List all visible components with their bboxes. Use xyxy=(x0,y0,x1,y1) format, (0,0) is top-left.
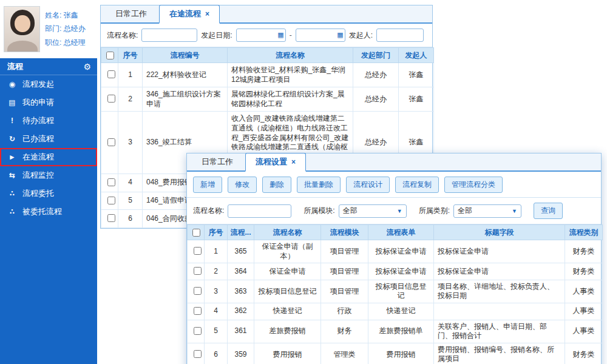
row-checkbox[interactable] xyxy=(107,178,115,186)
row-checkbox[interactable] xyxy=(107,138,115,146)
process-row[interactable]: 1 222_材料验收登记 材料验收登记_材料采购_张鑫_华润12城房建工程项目 … xyxy=(101,63,434,87)
row-checkbox[interactable] xyxy=(194,267,202,275)
cell-category: 人事类 xyxy=(565,320,603,343)
cell-form: 投标保证金申请 xyxy=(368,263,434,280)
cell-process-code: 362 xyxy=(228,303,254,320)
profile-position: 职位: 总经理 xyxy=(45,38,86,48)
menu-item-label: 流程监控 xyxy=(22,170,54,181)
row-checkbox[interactable] xyxy=(107,197,115,204)
cell-category: 财务类 xyxy=(565,240,603,263)
col-header-title-fields: 标题字段 xyxy=(434,225,565,240)
cell-process-code: 346_施工组织设计方案申请 xyxy=(143,87,228,112)
window1-tabbar: 日常工作 在途流程 × xyxy=(101,5,432,24)
cell-form: 快递登记 xyxy=(368,303,434,320)
col-header-form: 流程表单 xyxy=(368,225,434,240)
row-checkbox[interactable] xyxy=(194,327,202,335)
select-all-checkbox[interactable] xyxy=(192,229,200,237)
row-checkbox[interactable] xyxy=(107,214,115,222)
sidebar-menu-item[interactable]: ∴ 被委托流程 xyxy=(0,203,97,221)
avatar-shoulders xyxy=(7,41,38,52)
cell-module: 管理类 xyxy=(321,343,368,364)
cell-form: 差旅费报销单 xyxy=(368,320,434,343)
cell-process-name: 材料验收登记_材料采购_张鑫_华润12城房建工程项目 xyxy=(228,63,353,87)
process-definition-row[interactable]: 5 361 差旅费报销 财务 差旅费报销单 关联客户、报销人、申请日期、部门、报… xyxy=(188,320,603,343)
category-select[interactable]: 全部 ▼ xyxy=(453,204,521,218)
toolbar-button[interactable]: 修改 xyxy=(228,177,257,193)
select-all-checkbox[interactable] xyxy=(106,52,114,59)
sidebar-menu-item[interactable]: ↻ 已办流程 xyxy=(0,130,97,148)
close-tab-icon[interactable]: × xyxy=(205,10,209,18)
col-header-process-code: 流程编号 xyxy=(143,48,228,63)
cell-process-name: 差旅费报销 xyxy=(254,320,321,343)
menu-item-label: 我的申请 xyxy=(22,97,54,108)
sidebar-menu-item[interactable]: ▤ 我的申请 xyxy=(0,93,97,112)
process-row[interactable]: 2 346_施工组织设计方案申请 晨铭园林绿化工程组织设计方案_晨铭园林绿化工程… xyxy=(101,87,434,112)
window2-toolbar: 新增 修改 删除 批量删除 流程设计 流程复制 管理流程分类 xyxy=(187,172,601,198)
process-definition-row[interactable]: 6 359 费用报销 管理类 费用报销 费用报销、报销编号、报销名称、所属项目 … xyxy=(188,343,603,364)
menu-item-icon: ► xyxy=(7,153,17,161)
calendar-icon[interactable]: ▦ xyxy=(277,31,283,39)
calendar-icon[interactable]: ▦ xyxy=(337,31,343,39)
cell-no: 6 xyxy=(205,343,228,364)
cell-process-name: 晨铭园林绿化工程组织设计方案_晨铭园林绿化工程 xyxy=(228,87,353,112)
category-label: 所属类别: xyxy=(419,206,450,216)
col-header-no: 序号 xyxy=(205,225,228,240)
sidebar-menu-item[interactable]: ⇆ 流程监控 xyxy=(0,166,97,184)
toolbar-button[interactable]: 流程复制 xyxy=(395,177,439,193)
menu-item-icon: ⇆ xyxy=(7,171,17,180)
tab-process-settings[interactable]: 流程设置 × xyxy=(245,153,306,172)
sidebar-menu-item[interactable]: ! 待办流程 xyxy=(0,112,97,130)
table-header-row: 序号 流程... 流程名称 流程模块 流程表单 标题字段 流程类别 xyxy=(188,225,603,240)
menu-item-label: 待办流程 xyxy=(22,115,54,126)
close-tab-icon[interactable]: × xyxy=(291,158,296,166)
process-settings-window: 日常工作 流程设置 × 新增 修改 删除 批量删除 流程设计 流程复制 管理流程… xyxy=(186,153,602,364)
row-checkbox[interactable] xyxy=(194,247,202,255)
app-window: 姓名: 张鑫 部门: 总经办 职位: 总经理 流程 ⚙ ◉ 流程发起 ▤ 我的申… xyxy=(0,0,607,364)
col-header-process-name: 流程名称 xyxy=(254,225,321,240)
tab-daily-work[interactable]: 日常工作 xyxy=(106,5,157,22)
tab-daily-work-2[interactable]: 日常工作 xyxy=(192,153,243,170)
cell-no: 3 xyxy=(205,280,228,303)
menu-item-label: 已办流程 xyxy=(22,133,54,144)
row-checkbox[interactable] xyxy=(107,70,115,78)
toolbar-button[interactable]: 批量删除 xyxy=(297,177,341,193)
cell-no: 4 xyxy=(205,303,228,320)
process-name-label-2: 流程名称: xyxy=(193,206,224,216)
process-definition-row[interactable]: 1 365 保证金申请（副本） 项目管理 投标保证金申请 投标保证金申请 财务类 xyxy=(188,240,603,263)
cell-category: 财务类 xyxy=(565,343,603,364)
sidebar-menu-item[interactable]: ∴ 流程委托 xyxy=(0,184,97,203)
cell-initiator: 张鑫 xyxy=(399,87,434,112)
process-definition-row[interactable]: 2 364 保证金申请 项目管理 投标保证金申请 投标保证金申请 财务类 xyxy=(188,263,603,280)
cell-process-code: 361 xyxy=(228,320,254,343)
toolbar-button[interactable]: 流程设计 xyxy=(346,177,390,193)
row-checkbox[interactable] xyxy=(107,95,115,103)
process-name-input[interactable] xyxy=(141,29,197,42)
cell-no: 5 xyxy=(205,320,228,343)
cell-process-code: 359 xyxy=(228,343,254,364)
menu-item-icon: ∴ xyxy=(7,207,17,216)
row-checkbox[interactable] xyxy=(194,287,202,295)
process-definition-row[interactable]: 4 362 快递登记 行政 快递登记 人事类 xyxy=(188,303,603,320)
row-checkbox[interactable] xyxy=(194,307,202,315)
menu-item-icon: ▤ xyxy=(7,98,17,107)
sidebar-menu-item[interactable]: ► 在途流程 xyxy=(0,148,97,166)
cell-department: 总经办 xyxy=(353,63,399,87)
cell-no: 1 xyxy=(118,63,143,87)
sidebar-menu-item[interactable]: ◉ 流程发起 xyxy=(0,75,97,93)
gear-icon[interactable]: ⚙ xyxy=(83,62,91,72)
cell-process-code: 365 xyxy=(228,240,254,263)
cell-no: 4 xyxy=(118,174,143,192)
cell-title-fields xyxy=(434,303,565,320)
chevron-down-icon: ▼ xyxy=(397,208,402,214)
table-body: 1 365 保证金申请（副本） 项目管理 投标保证金申请 投标保证金申请 财务类… xyxy=(188,240,603,364)
tab-in-transit-process[interactable]: 在途流程 × xyxy=(159,5,220,24)
toolbar-button[interactable]: 新增 xyxy=(193,177,222,193)
module-select[interactable]: 全部 ▼ xyxy=(339,204,407,218)
row-checkbox[interactable] xyxy=(194,350,202,358)
process-definition-row[interactable]: 3 363 投标项目信息登记 项目管理 投标项目信息登记 项目名称、详细地址、投… xyxy=(188,280,603,303)
toolbar-button[interactable]: 删除 xyxy=(262,177,291,193)
toolbar-button[interactable]: 管理流程分类 xyxy=(444,177,503,193)
process-name-input-2[interactable] xyxy=(228,204,291,218)
search-button[interactable]: 查询 xyxy=(534,203,563,219)
initiator-input[interactable] xyxy=(376,29,424,42)
